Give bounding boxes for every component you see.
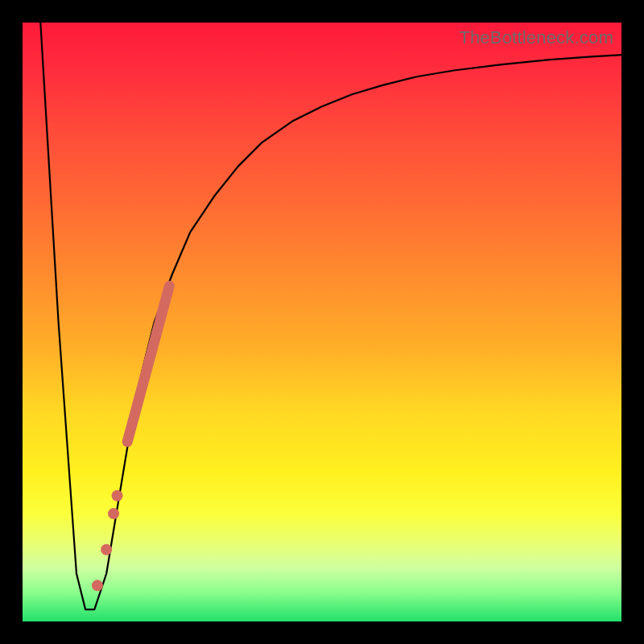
salmon-band <box>127 286 169 441</box>
salmon-dot <box>112 490 123 502</box>
plot-area: TheBottleneck.com <box>23 23 621 621</box>
chart-frame: TheBottleneck.com <box>0 0 644 644</box>
bottleneck-curve <box>40 23 621 609</box>
salmon-dot <box>92 580 103 591</box>
salmon-dot <box>101 544 112 555</box>
curve-layer <box>23 23 621 621</box>
salmon-dot <box>108 508 119 519</box>
